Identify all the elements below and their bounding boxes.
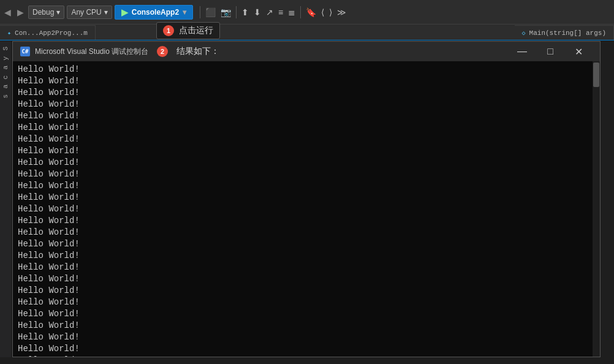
console-output: Hello World! Hello World! Hello World! H…	[18, 64, 595, 357]
cpu-label: Any CPU	[71, 8, 101, 17]
indent-btn[interactable]: ≡	[276, 6, 285, 18]
console-title: Microsoft Visual Studio 调试控制台	[35, 47, 148, 57]
toolbar-icons: ⬛ 📷 ⬆ ⬇ ↗ ≡ ≣ 🔖 ⟨ ⟩ ≫	[198, 6, 348, 18]
chevron-down-icon2: ▾	[104, 8, 108, 17]
console-content: Hello World! Hello World! Hello World! H…	[13, 61, 600, 357]
sidebar-letter-c: c	[2, 75, 9, 80]
close-button[interactable]: ✕	[564, 42, 593, 61]
breakpoint-icon-btn[interactable]: ⬛	[203, 6, 218, 18]
tab-label-2: Main(string[] args)	[529, 29, 606, 37]
tab-consoleapp[interactable]: ✦ Con...App2Prog...m	[0, 25, 96, 40]
console-window: C# Microsoft Visual Studio 调试控制台 2 结果如下：…	[12, 41, 601, 357]
debug-dropdown[interactable]: Debug ▾	[28, 6, 64, 19]
tab-icon-2: ◇	[522, 29, 526, 37]
separator3	[300, 6, 301, 18]
separator2	[236, 6, 237, 18]
nav-prev-btn[interactable]: ⟨	[319, 6, 326, 18]
tab-icon-1: ✦	[7, 29, 11, 37]
nav-back-button[interactable]: ◀	[2, 6, 13, 18]
play-icon: ▶	[121, 7, 128, 17]
tab-main[interactable]: ◇ Main(string[] args)	[515, 25, 614, 40]
sidebar-letter-y: y	[2, 56, 9, 61]
left-sidebar: S y a c a s	[0, 41, 11, 357]
toolbar: ◀ ▶ Debug ▾ Any CPU ▾ ▶ ConsoleApp2 ▾ ⬛ …	[0, 0, 614, 25]
sidebar-letter-a2: a	[2, 84, 9, 89]
screenshot-icon-btn[interactable]: 📷	[219, 6, 233, 18]
align-btn[interactable]: ≣	[286, 6, 297, 18]
chevron-down-icon3: ▾	[183, 8, 186, 17]
tab-bar: ✦ Con...App2Prog...m ◇ Main(string[] arg…	[0, 25, 614, 40]
run-label: ConsoleApp2	[132, 8, 179, 17]
step-over-btn[interactable]: ⬆	[240, 6, 251, 18]
console-scrollbar[interactable]	[593, 61, 600, 357]
nav-forward-button[interactable]: ▶	[15, 6, 26, 18]
more-btn[interactable]: ≫	[335, 6, 348, 18]
minimize-button[interactable]: —	[508, 42, 536, 61]
run-button[interactable]: ▶ ConsoleApp2 ▾	[115, 5, 193, 20]
window-controls: — □ ✕	[508, 42, 593, 61]
tab-label-1: Con...App2Prog...m	[15, 29, 88, 37]
separator1	[200, 6, 200, 18]
console-titlebar: C# Microsoft Visual Studio 调试控制台 2 结果如下：…	[13, 42, 600, 61]
run-tooltip: 1 点击运行	[156, 22, 220, 39]
nav-next-btn[interactable]: ⟩	[327, 6, 334, 18]
tooltip-text: 点击运行	[179, 25, 213, 35]
console-app-icon: C#	[20, 47, 30, 56]
step-out-btn[interactable]: ↗	[264, 6, 275, 18]
maximize-button[interactable]: □	[536, 42, 564, 61]
bookmark-btn[interactable]: 🔖	[304, 6, 318, 18]
console-result-label: 结果如下：	[176, 46, 219, 57]
sidebar-letter-s: S	[2, 46, 9, 51]
badge-2: 2	[157, 46, 168, 57]
step-into-btn[interactable]: ⬇	[252, 6, 263, 18]
cpu-dropdown[interactable]: Any CPU ▾	[67, 6, 112, 19]
debug-label: Debug	[32, 8, 54, 17]
scrollbar-thumb[interactable]	[593, 63, 599, 87]
badge-1: 1	[163, 25, 174, 36]
sidebar-letter-a: a	[2, 65, 9, 70]
sidebar-letter-s2: s	[2, 94, 9, 99]
chevron-down-icon: ▾	[56, 8, 60, 17]
